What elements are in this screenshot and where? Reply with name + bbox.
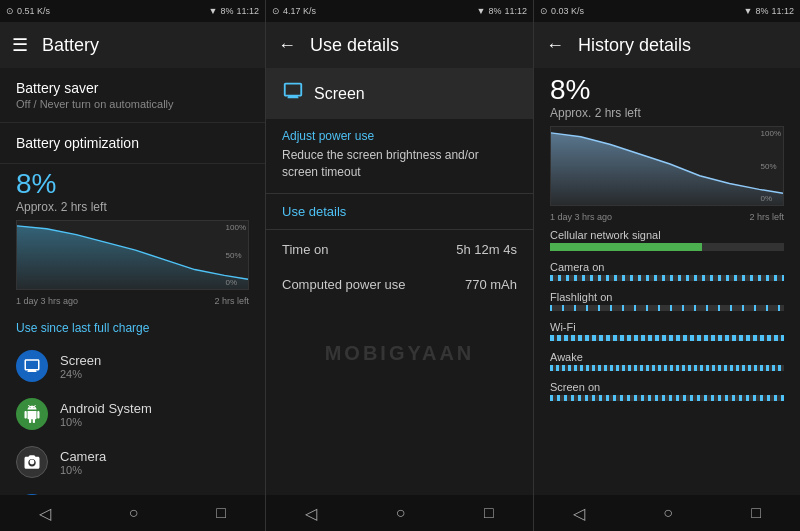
- toolbar-3: ← History details: [534, 22, 800, 68]
- app-item-camera[interactable]: Camera 10%: [0, 438, 265, 486]
- history-approx: Approx. 2 hrs left: [534, 106, 800, 126]
- toolbar-2: ← Use details: [266, 22, 533, 68]
- battery-approx-1: Approx. 2 hrs left: [0, 200, 265, 220]
- screenon-bar: [550, 395, 784, 401]
- chart-label-right-1: 2 hrs left: [214, 296, 249, 306]
- camera-app-pct: 10%: [60, 464, 249, 476]
- signal-icon-3: ⊙: [540, 6, 548, 16]
- signal-flashlight: Flashlight on: [534, 286, 800, 316]
- battery-pct-status: 8%: [220, 6, 233, 16]
- power-label: Computed power use: [282, 277, 406, 292]
- app-item-wifi[interactable]: Wi-Fi 8%: [0, 486, 265, 495]
- adjust-power-label: Adjust power use: [266, 119, 533, 147]
- timeon-value: 5h 12m 4s: [456, 242, 517, 257]
- toolbar-title-1: Battery: [42, 35, 99, 56]
- detail-row-timeon: Time on 5h 12m 4s: [266, 232, 533, 267]
- recents-nav-3[interactable]: □: [751, 504, 761, 522]
- panel-use-details: ⊙ 4.17 K/s ▼ 8% 11:12 ← Use details Scre…: [266, 0, 534, 531]
- battery-optimization-item[interactable]: Battery optimization: [0, 123, 265, 164]
- camera-app-info: Camera 10%: [60, 449, 249, 476]
- flashlight-label: Flashlight on: [550, 291, 784, 303]
- svg-marker-0: [17, 226, 248, 289]
- status-speed-3: 0.03 K/s: [551, 6, 584, 16]
- signal-icon-2: ⊙: [272, 6, 280, 16]
- use-details-link[interactable]: Use details: [266, 196, 533, 227]
- nav-bar-2: ◁ ○ □: [266, 495, 533, 531]
- chart-labels-1: 1 day 3 hrs ago 2 hrs left: [0, 294, 265, 308]
- status-speed: 0.51 K/s: [17, 6, 50, 16]
- home-nav-1[interactable]: ○: [129, 504, 139, 522]
- toolbar-1: ☰ Battery: [0, 22, 265, 68]
- android-app-pct: 10%: [60, 416, 249, 428]
- back-nav-3[interactable]: ◁: [573, 504, 585, 523]
- signal-awake: Awake: [534, 346, 800, 376]
- battery-pct-status-2: 8%: [488, 6, 501, 16]
- wifi-bar: [550, 335, 784, 341]
- h-pct-0: 0%: [761, 194, 781, 203]
- panel-battery: ⊙ 0.51 K/s ▼ 8% 11:12 ☰ Battery Battery …: [0, 0, 266, 531]
- camera-app-name: Camera: [60, 449, 249, 464]
- use-header-1: Use since last full charge: [0, 308, 265, 342]
- back-nav-2[interactable]: ◁: [305, 504, 317, 523]
- history-label-left: 1 day 3 hrs ago: [550, 212, 612, 222]
- home-nav-2[interactable]: ○: [396, 504, 406, 522]
- screen-detail-title: Screen: [314, 85, 365, 103]
- adjust-desc: Reduce the screen brightness and/or scre…: [266, 147, 533, 191]
- back-icon-3[interactable]: ←: [546, 35, 564, 56]
- screen-app-info: Screen 24%: [60, 353, 249, 380]
- cellular-label: Cellular network signal: [550, 229, 784, 241]
- home-nav-3[interactable]: ○: [663, 504, 673, 522]
- back-icon-2[interactable]: ←: [278, 35, 296, 56]
- h-pct-100: 100%: [761, 129, 781, 138]
- signal-cellular: Cellular network signal: [534, 224, 800, 256]
- status-speed-2: 4.17 K/s: [283, 6, 316, 16]
- android-app-name: Android System: [60, 401, 249, 416]
- wifi-signal-label: Wi-Fi: [550, 321, 784, 333]
- detail-row-power: Computed power use 770 mAh: [266, 267, 533, 302]
- awake-label: Awake: [550, 351, 784, 363]
- recents-nav-1[interactable]: □: [216, 504, 226, 522]
- divider-3: [266, 229, 533, 230]
- camera-bar: [550, 275, 784, 281]
- battery-pct-status-3: 8%: [755, 6, 768, 16]
- signal-screenon: Screen on: [534, 376, 800, 406]
- nav-bar-3: ◁ ○ □: [534, 495, 800, 531]
- watermark-text: MOBIGYAAN: [325, 342, 475, 364]
- toolbar-title-2: Use details: [310, 35, 399, 56]
- history-label-right: 2 hrs left: [749, 212, 784, 222]
- back-nav-1[interactable]: ◁: [39, 504, 51, 523]
- battery-saver-item[interactable]: Battery saver Off / Never turn on automa…: [0, 68, 265, 123]
- nav-bar-1: ◁ ○ □: [0, 495, 265, 531]
- app-item-android[interactable]: Android System 10%: [0, 390, 265, 438]
- menu-icon[interactable]: ☰: [12, 34, 28, 56]
- h-pct-50: 50%: [761, 162, 781, 171]
- recents-nav-2[interactable]: □: [484, 504, 494, 522]
- watermark-area: MOBIGYAAN: [266, 302, 533, 405]
- battery-percent-1: 8%: [0, 164, 265, 200]
- chart-label-left-1: 1 day 3 hrs ago: [16, 296, 78, 306]
- time-status: 11:12: [236, 6, 259, 16]
- app-item-screen[interactable]: Screen 24%: [0, 342, 265, 390]
- wifi-status-icon-3: ▼: [744, 6, 753, 16]
- wifi-status-icon: ▼: [209, 6, 218, 16]
- screen-icon: [282, 80, 304, 107]
- svg-marker-1: [551, 133, 783, 205]
- chart-pct-100: 100%: [226, 223, 246, 232]
- history-time-labels: 1 day 3 hrs ago 2 hrs left: [534, 210, 800, 224]
- divider-2: [266, 193, 533, 194]
- chart-pct-0: 0%: [226, 278, 246, 287]
- battery-chart-1: 100% 50% 0%: [16, 220, 249, 290]
- battery-saver-subtitle: Off / Never turn on automatically: [16, 98, 249, 110]
- history-chart: 100% 50% 0%: [550, 126, 784, 206]
- signal-icon: ⊙: [6, 6, 14, 16]
- panel-body-2: Screen Adjust power use Reduce the scree…: [266, 68, 533, 495]
- camera-signal-label: Camera on: [550, 261, 784, 273]
- screen-app-icon: [16, 350, 48, 382]
- use-header-text-1: Use since last full charge: [16, 321, 149, 335]
- chart-pct-50: 50%: [226, 251, 246, 260]
- panel-history: ⊙ 0.03 K/s ▼ 8% 11:12 ← History details …: [534, 0, 800, 531]
- timeon-label: Time on: [282, 242, 328, 257]
- use-detail-header: Screen: [266, 68, 533, 119]
- cellular-bar: [550, 243, 784, 251]
- history-pct: 8%: [534, 68, 800, 106]
